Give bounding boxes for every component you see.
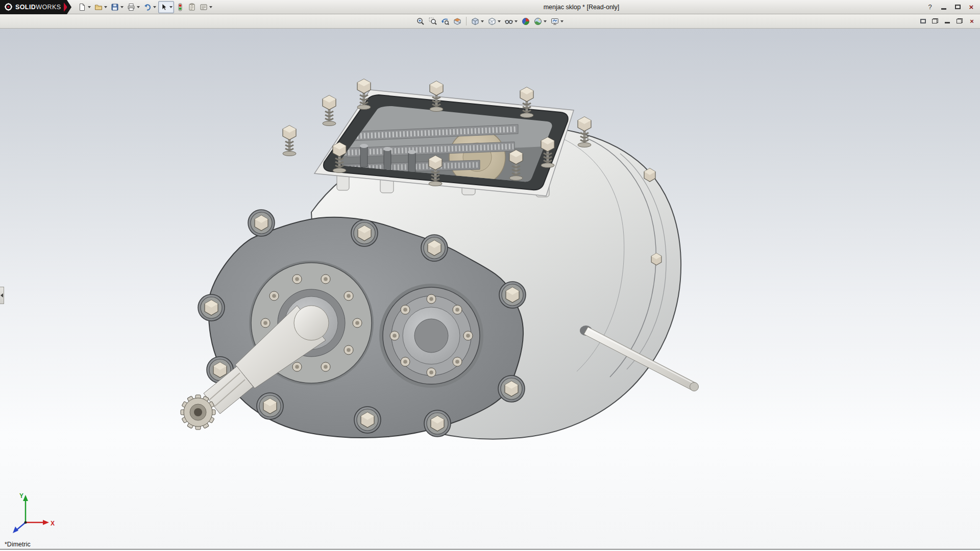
new-dropdown[interactable] <box>88 6 91 8</box>
window-title: menjac sklop * [Read-only] <box>544 0 620 14</box>
print-icon <box>127 3 135 11</box>
titlebar: SOLIDWORKS <box>0 0 980 14</box>
view-orientation-cube-icon <box>471 17 479 26</box>
view-orientation-label: *Dimetric <box>5 541 31 548</box>
edit-appearance-ball-icon <box>522 17 530 26</box>
print-dropdown[interactable] <box>137 6 140 8</box>
main-toolbar <box>71 1 214 13</box>
doc-minimize-button[interactable] <box>942 16 952 26</box>
doc-close-button[interactable]: × <box>967 16 977 26</box>
doc-restore-icon <box>957 18 963 23</box>
solidworks-logo: SOLIDWORKS <box>0 0 67 14</box>
select-tool-button[interactable] <box>158 1 174 13</box>
window-controls: ? × <box>924 2 977 12</box>
help-button[interactable]: ? <box>924 2 936 12</box>
previous-view-button[interactable] <box>439 16 451 27</box>
zoom-to-area-button[interactable] <box>427 16 438 27</box>
doc-window-a-icon <box>920 19 926 23</box>
doc-close-icon: × <box>970 17 974 25</box>
apply-scene-button[interactable] <box>532 16 548 27</box>
maximize-button[interactable] <box>951 2 964 12</box>
heads-up-row: × <box>0 14 980 29</box>
select-cursor-icon <box>160 3 168 11</box>
rebuild-stoplight-icon <box>176 3 184 11</box>
minimize-icon <box>941 8 946 10</box>
options-dropdown[interactable] <box>209 6 212 8</box>
panel-splitter-tab[interactable] <box>0 287 4 304</box>
previous-view-icon <box>441 17 449 26</box>
section-view-button[interactable] <box>452 16 463 27</box>
view-settings-icon <box>551 17 559 26</box>
zoom-to-fit-button[interactable] <box>415 16 426 27</box>
reference-triad: Y X <box>8 490 57 539</box>
save-dropdown[interactable] <box>120 6 124 8</box>
triad-x-label: X <box>51 520 55 527</box>
view-orientation-button[interactable] <box>470 16 485 27</box>
hide-show-items-button[interactable] <box>503 16 519 27</box>
logo-edge <box>67 0 71 14</box>
viewport-bottom-edge <box>0 549 980 549</box>
display-style-button[interactable] <box>486 16 502 27</box>
hide-show-dropdown[interactable] <box>514 20 518 22</box>
undo-arrow-icon <box>143 3 152 11</box>
display-style-cube-icon <box>488 17 496 26</box>
file-properties-button[interactable] <box>186 1 198 13</box>
view-orientation-dropdown[interactable] <box>481 20 484 22</box>
open-dropdown[interactable] <box>104 6 107 8</box>
model-right-bearing-cover[interactable] <box>383 287 480 384</box>
open-button[interactable] <box>93 1 109 13</box>
gearbox-model[interactable] <box>0 29 980 551</box>
select-dropdown[interactable] <box>169 6 173 8</box>
section-view-icon <box>453 17 461 26</box>
toolbar-separator <box>466 17 467 26</box>
doc-window-b-icon <box>932 18 938 23</box>
new-document-button[interactable] <box>77 1 92 13</box>
document-window-controls: × <box>918 16 977 26</box>
edit-appearance-button[interactable] <box>520 16 531 27</box>
zoom-to-area-icon <box>429 17 437 26</box>
file-properties-icon <box>188 3 196 11</box>
heads-up-toolbar <box>415 16 565 27</box>
doc-minimize-icon <box>945 22 950 23</box>
open-folder-icon <box>94 3 103 11</box>
doc-window-icon-b[interactable] <box>930 16 940 26</box>
triad-y-label: Y <box>19 492 23 499</box>
view-settings-dropdown[interactable] <box>560 20 564 22</box>
save-button[interactable] <box>109 1 125 13</box>
undo-dropdown[interactable] <box>153 6 156 8</box>
doc-restore-button[interactable] <box>954 16 965 26</box>
maximize-icon <box>955 5 961 9</box>
brand-text: SOLIDWORKS <box>15 4 66 11</box>
save-floppy-icon <box>111 3 119 11</box>
display-style-dropdown[interactable] <box>498 20 501 22</box>
solidworks-gear-icon <box>4 3 13 11</box>
apply-scene-icon <box>534 17 542 26</box>
graphics-viewport[interactable]: Y X *Dimetric <box>0 29 980 551</box>
apply-scene-dropdown[interactable] <box>544 20 547 22</box>
minimize-button[interactable] <box>938 2 950 12</box>
collapse-arrow-icon <box>1 293 3 297</box>
options-button[interactable] <box>198 1 214 13</box>
doc-window-icon-a[interactable] <box>918 16 928 26</box>
close-button[interactable]: × <box>965 2 977 12</box>
view-settings-button[interactable] <box>549 16 565 27</box>
close-icon: × <box>969 3 974 11</box>
options-gear-icon <box>200 3 208 11</box>
new-document-icon <box>78 3 86 11</box>
undo-button[interactable] <box>142 1 158 13</box>
rebuild-button[interactable] <box>175 1 186 13</box>
print-button[interactable] <box>126 1 141 13</box>
zoom-to-fit-icon <box>416 17 425 26</box>
hide-show-glasses-icon <box>505 17 513 26</box>
